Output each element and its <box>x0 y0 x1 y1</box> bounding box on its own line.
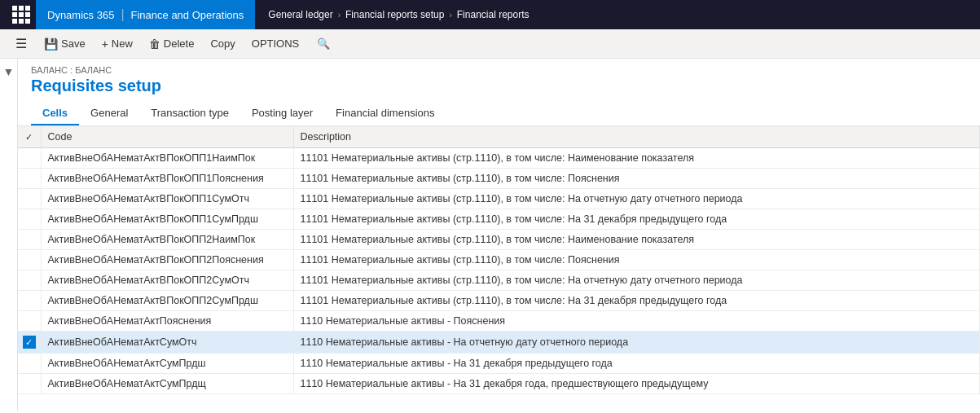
tab-financial-dimensions[interactable]: Financial dimensions <box>324 102 446 125</box>
search-button[interactable]: 🔍 <box>310 31 336 57</box>
row-code: АктивВнеОбАНематАктВПокОПП2НаимПок <box>41 230 293 250</box>
row-code: АктивВнеОбАНематАктСумПрдщ <box>41 374 293 394</box>
row-check[interactable] <box>18 148 41 169</box>
search-icon: 🔍 <box>317 37 330 50</box>
row-description: 11101 Нематериальные активы (стр.1110), … <box>293 270 980 291</box>
row-description: 11101 Нематериальные активы (стр.1110), … <box>293 209 980 230</box>
delete-button[interactable]: 🗑 Delete <box>141 29 203 59</box>
row-check[interactable] <box>18 250 41 270</box>
row-description: 1110 Нематериальные активы - На 31 декаб… <box>293 374 980 394</box>
row-description: 1110 Нематериальные активы - На 31 декаб… <box>293 354 980 374</box>
left-sidebar: ▼ <box>0 59 18 411</box>
delete-icon: 🗑 <box>149 37 160 51</box>
table-header-row: ✓ Code Description <box>18 126 980 148</box>
table-row[interactable]: АктивВнеОбАНематАктВПокОПП2СумПрдш11101 … <box>18 291 980 311</box>
row-check[interactable] <box>18 189 41 209</box>
tab-posting-layer[interactable]: Posting layer <box>240 102 324 125</box>
table-row[interactable]: ✓АктивВнеОбАНематАктСумОтч1110 Нематериа… <box>18 332 980 354</box>
checkmark-icon: ✓ <box>23 336 36 349</box>
row-code: АктивВнеОбАНематАктСумПрдш <box>41 354 293 374</box>
table-row[interactable]: АктивВнеОбАНематАктВПокОПП1СумПрдш11101 … <box>18 209 980 230</box>
check-all-icon[interactable]: ✓ <box>25 132 33 142</box>
new-icon: + <box>102 37 108 51</box>
row-code: АктивВнеОбАНематАктВПокОПП1СумПрдш <box>41 209 293 230</box>
table-row[interactable]: АктивВнеОбАНематАктСумПрдщ1110 Нематериа… <box>18 374 980 394</box>
hamburger-icon: ☰ <box>15 36 27 51</box>
tab-general[interactable]: General <box>79 102 139 125</box>
tabs: Cells General Transaction type Posting l… <box>31 102 967 125</box>
table-row[interactable]: АктивВнеОбАНематАктВПокОПП2Пояснения1110… <box>18 250 980 270</box>
tab-transaction-type[interactable]: Transaction type <box>139 102 240 125</box>
table-row[interactable]: АктивВнеОбАНематАктВПокОПП1НаимПок11101 … <box>18 148 980 169</box>
breadcrumb-sep-2: › <box>449 11 451 20</box>
row-check[interactable] <box>18 311 41 332</box>
brand-area: Dynamics 365 | Finance and Operations <box>36 0 255 29</box>
row-description: 1110 Нематериальные активы - На отчетную… <box>293 332 980 354</box>
table-row[interactable]: АктивВнеОбАНематАктСумПрдш1110 Нематериа… <box>18 354 980 374</box>
row-code: АктивВнеОбАНематАктВПокОПП2СумОтч <box>41 270 293 291</box>
row-code: АктивВнеОбАНематАктВПокОПП1НаимПок <box>41 148 293 169</box>
save-icon: 💾 <box>44 37 58 51</box>
action-bar: ☰ 💾 Save + New 🗑 Delete Copy OPTIONS 🔍 <box>0 29 980 59</box>
row-check[interactable] <box>18 169 41 189</box>
table-row[interactable]: АктивВнеОбАНематАктПояснения1110 Нематер… <box>18 311 980 332</box>
table-row[interactable]: АктивВнеОбАНематАктВПокОПП1Пояснения1110… <box>18 169 980 189</box>
copy-button[interactable]: Copy <box>202 29 243 59</box>
row-description: 11101 Нематериальные активы (стр.1110), … <box>293 230 980 250</box>
row-check[interactable] <box>18 374 41 394</box>
save-button[interactable]: 💾 Save <box>36 29 94 59</box>
brand-separator: | <box>121 7 124 22</box>
row-check[interactable] <box>18 270 41 291</box>
col-code: Code <box>41 126 293 148</box>
waffle-icon <box>12 6 30 24</box>
row-description: 11101 Нематериальные активы (стр.1110), … <box>293 169 980 189</box>
breadcrumb-item-3[interactable]: Financial reports <box>457 9 530 20</box>
page-title: Requisites setup <box>31 77 967 95</box>
page-layout: ▼ БАЛАНС : БАЛАНС Requisites setup Cells… <box>0 59 980 411</box>
breadcrumb-item-2[interactable]: Financial reports setup <box>345 9 444 20</box>
row-description: 1110 Нематериальные активы - Пояснения <box>293 311 980 332</box>
row-check[interactable] <box>18 291 41 311</box>
table-row[interactable]: АктивВнеОбАНематАктВПокОПП2СумОтч11101 Н… <box>18 270 980 291</box>
page-header: БАЛАНС : БАЛАНС Requisites setup Cells G… <box>18 59 980 126</box>
row-check[interactable] <box>18 230 41 250</box>
table-body: АктивВнеОбАНематАктВПокОПП1НаимПок11101 … <box>18 148 980 394</box>
dynamics-label[interactable]: Dynamics 365 <box>47 9 114 21</box>
row-description: 11101 Нематериальные активы (стр.1110), … <box>293 291 980 311</box>
data-table: ✓ Code Description АктивВнеОбАНематАктВП… <box>18 126 980 394</box>
app-launcher-button[interactable] <box>7 0 36 29</box>
row-code: АктивВнеОбАНематАктПояснения <box>41 311 293 332</box>
table-row[interactable]: АктивВнеОбАНематАктВПокОПП1СумОтч11101 Н… <box>18 189 980 209</box>
menu-toggle-button[interactable]: ☰ <box>7 29 36 59</box>
data-table-container: ✓ Code Description АктивВнеОбАНематАктВП… <box>18 126 980 411</box>
row-code: АктивВнеОбАНематАктВПокОПП1СумОтч <box>41 189 293 209</box>
row-description: 11101 Нематериальные активы (стр.1110), … <box>293 189 980 209</box>
row-code: АктивВнеОбАНематАктСумОтч <box>41 332 293 354</box>
row-check[interactable]: ✓ <box>18 332 41 354</box>
breadcrumb: General ledger › Financial reports setup… <box>255 9 542 20</box>
table-row[interactable]: АктивВнеОбАНематАктВПокОПП2НаимПок11101 … <box>18 230 980 250</box>
fo-label[interactable]: Finance and Operations <box>131 9 244 21</box>
row-check[interactable] <box>18 354 41 374</box>
row-description: 11101 Нематериальные активы (стр.1110), … <box>293 250 980 270</box>
row-description: 11101 Нематериальные активы (стр.1110), … <box>293 148 980 169</box>
col-description: Description <box>293 126 980 148</box>
breadcrumb-sep-1: › <box>338 11 341 20</box>
col-check: ✓ <box>18 126 41 148</box>
top-navigation: Dynamics 365 | Finance and Operations Ge… <box>0 0 980 29</box>
row-code: АктивВнеОбАНематАктВПокОПП2СумПрдш <box>41 291 293 311</box>
main-area: БАЛАНС : БАЛАНС Requisites setup Cells G… <box>18 59 980 411</box>
page-breadcrumb: БАЛАНС : БАЛАНС <box>31 65 967 75</box>
new-button[interactable]: + New <box>94 29 141 59</box>
row-code: АктивВнеОбАНематАктВПокОПП1Пояснения <box>41 169 293 189</box>
row-code: АктивВнеОбАНематАктВПокОПП2Пояснения <box>41 250 293 270</box>
breadcrumb-item-1[interactable]: General ledger <box>268 9 332 20</box>
tab-cells[interactable]: Cells <box>31 102 79 125</box>
row-check[interactable] <box>18 209 41 230</box>
options-button[interactable]: OPTIONS <box>244 29 308 59</box>
filter-icon[interactable]: ▼ <box>3 65 15 78</box>
